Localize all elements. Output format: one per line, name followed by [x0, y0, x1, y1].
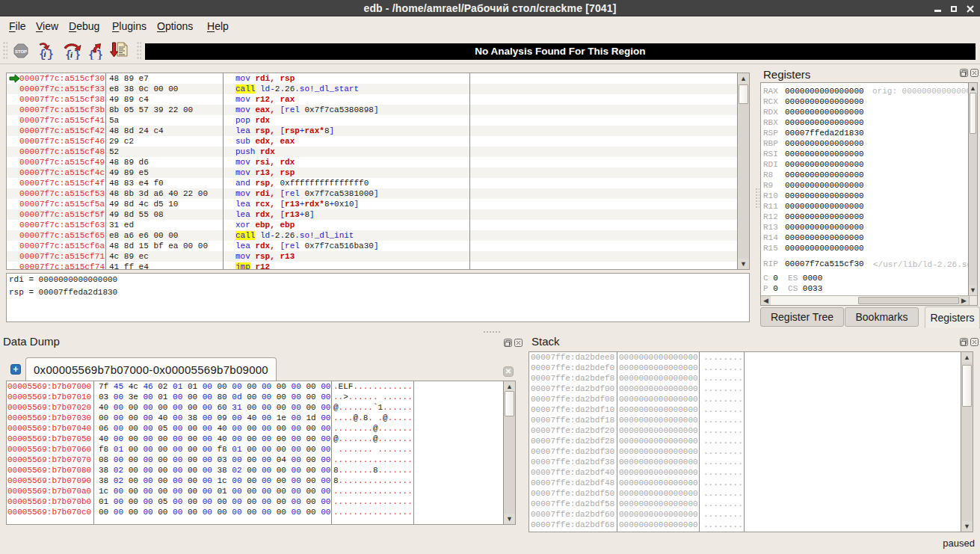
svg-text:}: } [96, 49, 103, 60]
svg-text:i: i [70, 50, 73, 59]
svg-text:}: } [74, 49, 81, 60]
svg-text:STOP: STOP [15, 49, 27, 54]
svg-text:i: i [44, 49, 47, 58]
svg-text:}: } [47, 49, 54, 60]
